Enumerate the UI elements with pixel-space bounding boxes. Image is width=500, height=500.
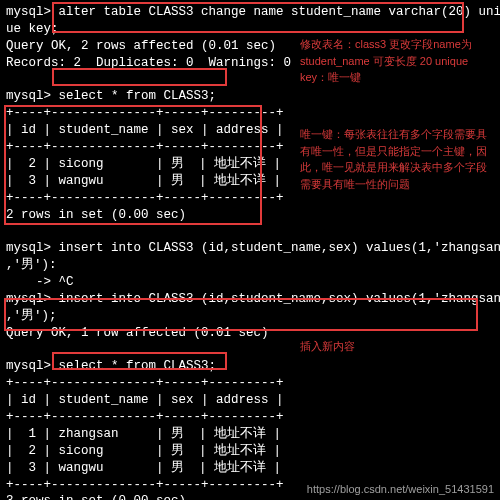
table-separator: +----+--------------+-----+---------+ [6,409,494,426]
annotation-alter: 修改表名：class3 更改字段name为student_name 可变长度 2… [300,36,490,86]
annotation-insert: 插入新内容 [300,338,355,355]
table-separator: +----+--------------+-----+---------+ [6,375,494,392]
highlight-alter-command [52,2,464,33]
blank-line [6,223,494,240]
ctrl-c: -> ^C [6,274,494,291]
cmd-insert1-line1: insert into CLASS3 (id,student_name,sex)… [59,241,500,255]
cmd-insert1-line2: ,'男'): [6,257,494,274]
annotation-unique-key: 唯一键：每张表往往有多个字段需要具有唯一性，但是只能指定一个主键，因此，唯一见就… [300,126,490,192]
table-header: | id | student_name | sex | address | [6,392,494,409]
table-row: | 1 | zhangsan | 男 | 地址不详 | [6,426,494,443]
highlight-result-table1 [4,105,262,225]
highlight-select2-command [52,352,227,370]
highlight-insert2-command [4,298,478,331]
cmd-select1: select * from CLASS3; [59,89,217,103]
mysql-prompt: mysql> [6,241,51,255]
mysql-prompt: mysql> [6,89,51,103]
watermark: https://blog.csdn.net/weixin_51431591 [307,482,494,497]
table-row: | 3 | wangwu | 男 | 地址不详 | [6,460,494,477]
highlight-select1-command [52,68,227,86]
mysql-prompt: mysql> [6,5,51,19]
mysql-prompt: mysql> [6,359,51,373]
table-row: | 2 | sicong | 男 | 地址不详 | [6,443,494,460]
